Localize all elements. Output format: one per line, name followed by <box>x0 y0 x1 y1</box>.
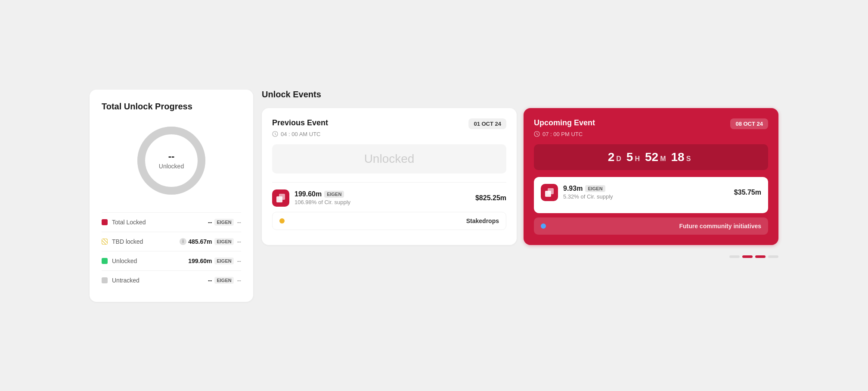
stakedrops-label: Stakedrops <box>289 217 499 224</box>
legend-item-total-locked: Total Locked -- EIGEN -- <box>102 212 241 232</box>
countdown-minutes-unit: M <box>660 155 666 163</box>
prev-divider <box>272 182 506 183</box>
legend-badge-unlocked: EIGEN <box>214 258 233 264</box>
prev-event-date: 01 OCT 24 <box>468 118 506 129</box>
upcoming-event-time-text: 07 : 00 PM UTC <box>542 131 583 137</box>
legend-dot-red <box>102 219 108 225</box>
countdown-seconds-unit: S <box>686 155 691 163</box>
total-unlock-card: Total Unlock Progress -- Unlocked Total … <box>90 90 253 302</box>
info-icon-tbd[interactable]: i <box>180 238 186 245</box>
upcoming-token-row: 9.93m EIGEN 5.32% of Cir. supply $35.75m <box>541 184 761 201</box>
upcoming-event-card: Upcoming Event 08 OCT 24 07 : 00 PM UTC … <box>524 108 778 245</box>
prev-token-supply: 106.98% of Cir. supply <box>294 199 470 205</box>
eigen-icon-upcoming <box>543 186 555 199</box>
legend-name-total-locked: Total Locked <box>112 219 208 226</box>
countdown-hours-unit: H <box>635 155 640 163</box>
legend-value-tbd-locked: 485.67m <box>188 238 212 245</box>
legend-value-untracked: -- <box>208 277 212 284</box>
legend-badge-total-locked: EIGEN <box>214 219 233 226</box>
countdown-days-unit: D <box>616 155 621 163</box>
upcoming-token-amount-row: 9.93m EIGEN <box>563 185 729 192</box>
pagination <box>262 255 778 258</box>
prev-token-usd: $825.25m <box>475 194 506 202</box>
events-row: Previous Event 01 OCT 24 04 : 00 AM UTC … <box>262 108 778 245</box>
future-community-row: Future community initiatives <box>534 217 768 235</box>
legend-name-unlocked: Unlocked <box>112 258 188 264</box>
legend-trailing-untracked: -- <box>237 277 241 284</box>
prev-event-time-text: 04 : 00 AM UTC <box>281 131 320 137</box>
future-community-label: Future community initiatives <box>550 223 761 230</box>
legend-badge-untracked: EIGEN <box>214 277 233 284</box>
legend-dot-striped <box>102 239 108 245</box>
legend-value-total-locked: -- <box>208 219 212 226</box>
prev-token-info: 199.60m EIGEN 106.98% of Cir. supply <box>294 190 470 205</box>
yellow-dot-icon <box>279 218 285 223</box>
upcoming-event-title: Upcoming Event <box>534 118 595 127</box>
countdown-days: 2 <box>608 150 615 164</box>
blue-dot-icon <box>541 223 546 229</box>
upcoming-token-amount: 9.93m <box>563 185 583 192</box>
donut-wrapper: -- Unlocked <box>133 122 210 199</box>
legend-name-untracked: Untracked <box>112 277 208 284</box>
page-container: Total Unlock Progress -- Unlocked Total … <box>90 90 778 302</box>
upcoming-token-info: 9.93m EIGEN 5.32% of Cir. supply <box>563 185 729 200</box>
total-unlock-title: Total Unlock Progress <box>102 102 241 112</box>
prev-token-badge: EIGEN <box>324 191 344 198</box>
page-dot-2[interactable] <box>742 255 753 258</box>
legend-trailing-unlocked: -- <box>237 258 241 264</box>
upcoming-inner-box: 9.93m EIGEN 5.32% of Cir. supply $35.75m <box>534 177 768 213</box>
previous-event-card: Previous Event 01 OCT 24 04 : 00 AM UTC … <box>262 108 517 245</box>
upcoming-token-usd: $35.75m <box>734 189 761 196</box>
legend-item-unlocked: Unlocked 199.60m EIGEN -- <box>102 251 241 270</box>
donut-label: Unlocked <box>159 163 184 170</box>
donut-chart-container: -- Unlocked <box>102 122 241 199</box>
upcoming-token-supply: 5.32% of Cir. supply <box>563 193 729 200</box>
prev-token-amount-row: 199.60m EIGEN <box>294 190 470 198</box>
prev-event-time: 04 : 00 AM UTC <box>272 131 506 137</box>
unlocked-status-text: Unlocked <box>364 152 415 165</box>
legend-item-tbd-locked: TBD locked i 485.67m EIGEN -- <box>102 232 241 251</box>
prev-token-amount: 199.60m <box>294 190 322 198</box>
stakedrops-row: Stakedrops <box>272 212 506 230</box>
clock-icon-prev <box>272 131 278 137</box>
countdown-minutes: 52 <box>645 150 658 164</box>
prev-event-title: Previous Event <box>272 118 328 127</box>
page-dot-1[interactable] <box>729 255 740 258</box>
upcoming-token-icon <box>541 184 558 201</box>
clock-icon-upcoming <box>534 131 540 137</box>
upcoming-token-badge: EIGEN <box>585 185 605 192</box>
page-dot-3[interactable] <box>755 255 766 258</box>
upcoming-event-time: 07 : 00 PM UTC <box>534 131 768 137</box>
upcoming-event-header: Upcoming Event 08 OCT 24 <box>534 118 768 129</box>
countdown-seconds: 18 <box>671 150 684 164</box>
legend-trailing-total-locked: -- <box>237 219 241 226</box>
prev-token-icon <box>272 189 289 207</box>
countdown-box: 2 D 5 H 52 M 18 S <box>534 144 768 170</box>
right-section: Unlock Events Previous Event 01 OCT 24 0… <box>262 90 778 258</box>
unlock-events-title: Unlock Events <box>262 90 778 99</box>
svg-rect-7 <box>548 188 554 194</box>
page-dot-4[interactable] <box>768 255 778 258</box>
svg-rect-4 <box>279 194 285 200</box>
legend-name-tbd-locked: TBD locked <box>112 238 178 245</box>
unlocked-status-box: Unlocked <box>272 144 506 174</box>
legend-badge-tbd-locked: EIGEN <box>214 238 233 245</box>
legend-item-untracked: Untracked -- EIGEN -- <box>102 270 241 290</box>
donut-center: -- Unlocked <box>159 152 184 170</box>
prev-token-row: 199.60m EIGEN 106.98% of Cir. supply $82… <box>272 189 506 207</box>
donut-dash: -- <box>159 152 184 161</box>
prev-event-header: Previous Event 01 OCT 24 <box>272 118 506 129</box>
eigen-icon-prev <box>275 192 287 204</box>
upcoming-event-date: 08 OCT 24 <box>730 118 768 129</box>
legend-trailing-tbd-locked: -- <box>237 238 241 245</box>
legend: Total Locked -- EIGEN -- TBD locked i 48… <box>102 212 241 290</box>
legend-value-unlocked: 199.60m <box>188 258 212 264</box>
legend-dot-green <box>102 258 108 264</box>
legend-dot-gray <box>102 277 108 283</box>
countdown-hours: 5 <box>626 150 633 164</box>
